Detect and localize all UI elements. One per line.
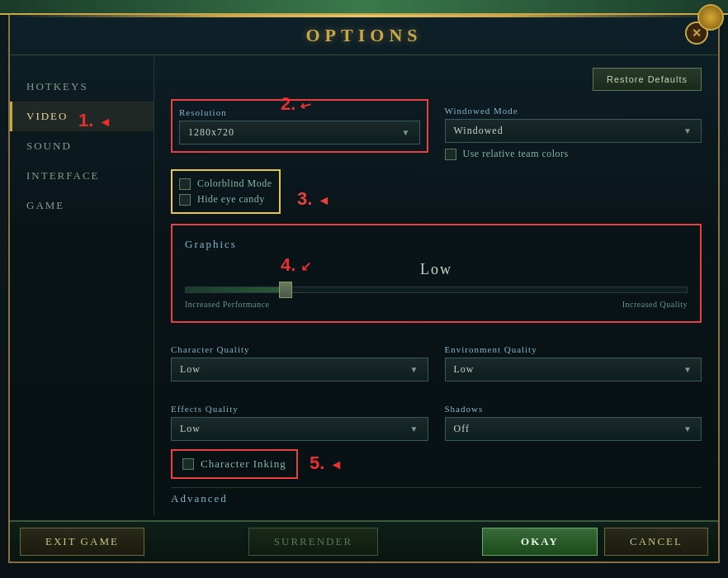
slider-fill bbox=[186, 287, 286, 292]
top-decorative-bar bbox=[0, 0, 728, 15]
windowed-mode-label: Windowed Mode bbox=[445, 106, 702, 116]
windowed-section: Windowed Mode Windowed ▼ Use relative te… bbox=[445, 106, 702, 161]
environment-quality-dropdown[interactable]: Low ▼ bbox=[445, 358, 702, 381]
bottom-bar: Exit Game Surrender Okay Cancel bbox=[10, 520, 718, 561]
title-bar: OPTIONS ✕ bbox=[10, 15, 718, 55]
header-row: Restore Defaults bbox=[171, 68, 702, 99]
shadows-label: Shadows bbox=[445, 404, 702, 414]
graphics-title: Graphics bbox=[185, 238, 688, 251]
colorblind-row: Colorblind Mode bbox=[179, 176, 272, 192]
sidebar-item-video[interactable]: VIDEO bbox=[10, 102, 154, 131]
slider-track bbox=[185, 287, 688, 293]
cancel-button[interactable]: Cancel bbox=[604, 528, 708, 556]
environment-quality-label: Environment Quality bbox=[445, 344, 702, 354]
effects-quality-section: Effects Quality Low ▼ bbox=[171, 394, 428, 441]
effq-arrow-icon: ▼ bbox=[410, 424, 419, 434]
resolution-windowed-row: Resolution 1280x720 ▼ Windowed Mode Wind… bbox=[171, 99, 702, 161]
resolution-label: Resolution bbox=[179, 107, 420, 117]
relative-colors-label: Use relative team colors bbox=[463, 148, 569, 160]
surrender-button[interactable]: Surrender bbox=[248, 528, 378, 556]
colorblind-checkbox[interactable] bbox=[179, 178, 191, 190]
sidebar-item-game[interactable]: GAME bbox=[10, 191, 154, 220]
eq-arrow-icon: ▼ bbox=[683, 365, 693, 374]
windowed-arrow-icon: ▼ bbox=[683, 126, 693, 135]
character-inking-box: Character Inking bbox=[171, 449, 298, 479]
character-quality-label: Character Quality bbox=[171, 344, 428, 354]
quality-value: Low bbox=[185, 261, 688, 278]
overlay: OPTIONS ✕ HOTKEYS VIDEO SOUND INTERFACE bbox=[0, 0, 728, 578]
resolution-section: Resolution 1280x720 ▼ bbox=[171, 99, 428, 161]
shadows-section: Shadows Off ▼ bbox=[445, 394, 702, 441]
effects-quality-label: Effects Quality bbox=[171, 404, 428, 414]
resolution-dropdown[interactable]: 1280x720 ▼ bbox=[179, 121, 420, 144]
character-inking-checkbox[interactable] bbox=[182, 458, 194, 470]
relative-colors-row: Use relative team colors bbox=[445, 148, 702, 160]
resolution-arrow-icon: ▼ bbox=[402, 128, 411, 137]
increased-performance-label: Increased Performance bbox=[185, 300, 269, 309]
resolution-box: Resolution 1280x720 ▼ bbox=[171, 99, 428, 153]
effects-quality-dropdown[interactable]: Low ▼ bbox=[171, 417, 428, 441]
character-quality-section: Character Quality Low ▼ bbox=[171, 334, 428, 381]
environment-quality-section: Environment Quality Low ▼ bbox=[445, 334, 702, 381]
sidebar: HOTKEYS VIDEO SOUND INTERFACE GAME bbox=[10, 55, 154, 515]
cq-arrow-icon: ▼ bbox=[410, 365, 419, 374]
ok-cancel-group: Okay Cancel bbox=[482, 528, 708, 556]
slider-thumb[interactable] bbox=[279, 282, 292, 298]
graphics-box: Graphics Low Increased Performance Incre… bbox=[171, 224, 702, 323]
windowed-mode-dropdown[interactable]: Windowed ▼ bbox=[445, 119, 702, 143]
colorblind-box: Colorblind Mode Hide eye candy bbox=[171, 169, 281, 214]
dialog-title: OPTIONS bbox=[305, 25, 422, 45]
character-quality-dropdown[interactable]: Low ▼ bbox=[171, 358, 428, 381]
advanced-label: Advanced bbox=[171, 487, 702, 505]
sidebar-item-interface[interactable]: INTERFACE bbox=[10, 161, 154, 191]
exit-game-button[interactable]: Exit Game bbox=[20, 528, 144, 556]
restore-defaults-button[interactable]: Restore Defaults bbox=[593, 68, 702, 91]
eye-candy-label: Hide eye candy bbox=[197, 193, 265, 206]
relative-colors-checkbox[interactable] bbox=[445, 149, 456, 160]
okay-button[interactable]: Okay bbox=[482, 528, 598, 556]
shadows-arrow-icon: ▼ bbox=[683, 424, 693, 434]
eye-candy-row: Hide eye candy bbox=[179, 192, 272, 207]
slider-labels: Increased Performance Increased Quality bbox=[185, 300, 688, 309]
character-inking-label: Character Inking bbox=[201, 457, 286, 471]
increased-quality-label: Increased Quality bbox=[622, 300, 688, 309]
colorblind-label: Colorblind Mode bbox=[197, 178, 272, 190]
options-dialog: OPTIONS ✕ HOTKEYS VIDEO SOUND INTERFACE bbox=[8, 15, 720, 563]
content-area: HOTKEYS VIDEO SOUND INTERFACE GAME Re bbox=[10, 55, 718, 515]
corner-coin bbox=[697, 4, 724, 31]
slider-container bbox=[185, 287, 688, 293]
sidebar-item-sound[interactable]: SOUND bbox=[10, 131, 154, 161]
eye-candy-checkbox[interactable] bbox=[179, 194, 191, 206]
shadows-dropdown[interactable]: Off ▼ bbox=[445, 417, 702, 441]
sidebar-item-hotkeys[interactable]: HOTKEYS bbox=[10, 72, 154, 102]
main-panel: Restore Defaults Resolution 1280x720 ▼ bbox=[154, 55, 718, 515]
quality-grid: Character Quality Low ▼ Environment Qual… bbox=[171, 334, 702, 441]
